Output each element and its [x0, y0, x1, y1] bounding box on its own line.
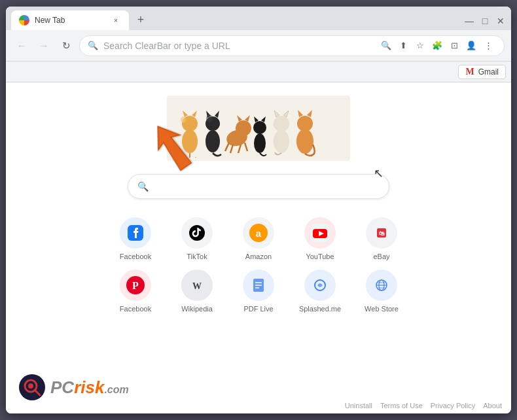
svg-point-31 [181, 116, 186, 123]
shortcut-splashed[interactable]: Splashed.me [294, 270, 346, 313]
main-search-icon: 🔍 [137, 181, 149, 192]
svg-marker-10 [215, 111, 219, 118]
tiktok-label: TikTok [187, 253, 207, 260]
footer-about[interactable]: About [483, 402, 502, 410]
pcrisk-brand: PCrisk.com [19, 374, 129, 400]
tab-title: New Tab [35, 16, 105, 25]
footer-uninstall[interactable]: Uninstall [345, 402, 372, 410]
pdflive-icon-wrap [243, 270, 274, 301]
address-text: Search ClearBar or type a URL [103, 41, 373, 51]
shortcut-amazon[interactable]: a Amazon [232, 217, 285, 260]
svg-text:W: W [192, 281, 202, 291]
bookmark-star-icon[interactable]: ☆ [412, 38, 428, 54]
shortcut-facebook[interactable]: Facebook [109, 217, 162, 260]
sidebar-toggle-icon[interactable]: ⊡ [446, 38, 462, 54]
svg-marker-3 [183, 111, 188, 117]
svg-marker-25 [274, 111, 279, 117]
gmail-button[interactable]: M Gmail [458, 65, 506, 79]
svg-marker-26 [283, 111, 289, 117]
shortcut-wikipedia[interactable]: W Wikipedia [171, 270, 223, 313]
footer-terms[interactable]: Terms of Use [380, 402, 423, 410]
menu-icon[interactable]: ⋮ [480, 38, 496, 54]
footer-privacy[interactable]: Privacy Policy [431, 402, 475, 410]
splashed-icon-wrap [304, 270, 336, 301]
window-controls: — □ ✕ [464, 16, 506, 26]
svg-point-7 [205, 130, 220, 152]
shortcut-pinterest[interactable]: P Facebook [109, 270, 162, 313]
ebay-label: eBay [373, 253, 389, 260]
new-tab-button[interactable]: + [132, 10, 150, 29]
nav-bar: ← → ↻ 🔍 Search ClearBar or type a URL 🔍 … [6, 30, 511, 61]
back-button[interactable]: ← [12, 37, 31, 55]
svg-line-15 [225, 143, 229, 151]
pcrisk-risk-text: risk [74, 377, 104, 397]
svg-text:P: P [132, 280, 139, 291]
shortcut-webstore[interactable]: Web Store [355, 270, 408, 313]
svg-text:a: a [256, 228, 262, 239]
minimize-button[interactable]: — [464, 16, 474, 26]
title-bar: New Tab × + — □ ✕ [6, 7, 511, 30]
webstore-label: Web Store [365, 305, 399, 313]
forward-button[interactable]: → [35, 37, 53, 55]
active-tab[interactable]: New Tab × [11, 10, 129, 30]
svg-marker-30 [307, 110, 312, 117]
tab-close-button[interactable]: × [111, 15, 121, 26]
address-bar[interactable]: 🔍 Search ClearBar or type a URL 🔍 ⬆ ☆ 🧩 … [79, 35, 505, 56]
shortcut-tiktok[interactable]: TikTok [171, 217, 223, 260]
extensions-icon[interactable]: 🧩 [429, 38, 445, 54]
pinterest-label: Facebook [120, 305, 151, 313]
splashed-label: Splashed.me [299, 305, 341, 313]
facebook-icon-wrap [120, 217, 151, 249]
gmail-label: Gmail [478, 67, 499, 77]
youtube-label: YouTube [306, 253, 334, 260]
svg-text:🛍: 🛍 [379, 230, 385, 237]
facebook-label: Facebook [120, 253, 151, 260]
svg-point-12 [236, 120, 251, 136]
close-button[interactable]: ✕ [495, 16, 506, 26]
svg-point-23 [274, 130, 289, 153]
shortcut-youtube[interactable]: YouTube [294, 217, 346, 260]
svg-point-27 [296, 129, 313, 154]
bookmarks-bar: M Gmail [6, 61, 511, 82]
pcrisk-pc-text: PC [50, 377, 74, 397]
svg-point-20 [253, 121, 266, 134]
share-icon[interactable]: ⬆ [395, 38, 411, 54]
wikipedia-label: Wikipedia [181, 305, 213, 313]
svg-line-17 [238, 145, 241, 153]
ebay-icon-wrap: 🛍 [366, 217, 397, 249]
svg-point-19 [254, 133, 266, 153]
pcrisk-text: PCrisk.com [50, 377, 129, 398]
gmail-m-icon: M [465, 67, 474, 77]
profile-icon[interactable]: 👤 [463, 38, 479, 54]
svg-point-62 [28, 383, 33, 389]
svg-point-24 [274, 116, 289, 131]
pinterest-icon-wrap: P [120, 270, 151, 301]
tab-favicon [19, 15, 29, 26]
svg-point-28 [297, 116, 313, 131]
shortcut-pdflive[interactable]: PDF Live [232, 270, 285, 313]
pcrisk-icon [19, 374, 45, 400]
webstore-icon-wrap [366, 270, 397, 301]
search-lens-icon[interactable]: 🔍 [378, 38, 394, 54]
shortcut-ebay[interactable]: 🛍 eBay [355, 217, 408, 260]
cat-banner [167, 96, 350, 161]
youtube-icon-wrap [304, 217, 336, 249]
reload-button[interactable]: ↻ [57, 37, 75, 55]
amazon-icon-wrap: a [243, 217, 274, 249]
svg-point-32 [206, 114, 213, 122]
svg-marker-4 [192, 111, 197, 117]
address-search-icon: 🔍 [88, 41, 98, 50]
svg-line-18 [245, 143, 247, 151]
maximize-button[interactable]: □ [480, 16, 490, 26]
tab-strip: New Tab × + [11, 10, 464, 30]
main-search-box[interactable]: 🔍 [128, 174, 389, 199]
pcrisk-com-text: .com [104, 384, 128, 395]
wikipedia-icon-wrap: W [181, 270, 213, 301]
address-icons: 🔍 ⬆ ☆ 🧩 ⊡ 👤 ⋮ [378, 38, 496, 54]
shortcuts-row-1: Facebook TikTok a [109, 217, 408, 260]
svg-rect-34 [189, 225, 205, 241]
tiktok-icon-wrap [181, 217, 213, 249]
browser-window: New Tab × + — □ ✕ ← → ↻ 🔍 Search ClearBa… [6, 7, 511, 413]
amazon-label: Amazon [245, 253, 272, 260]
svg-point-1 [182, 130, 198, 153]
